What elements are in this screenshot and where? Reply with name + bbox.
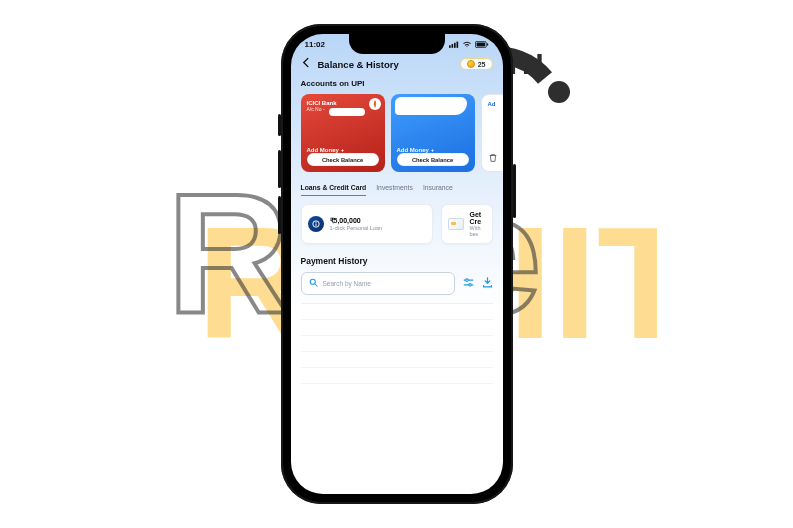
download-icon[interactable]	[482, 277, 493, 290]
account-card-add[interactable]: Ad	[481, 94, 503, 172]
svg-rect-6	[449, 45, 451, 48]
filter-icon[interactable]	[463, 277, 474, 290]
add-money-label: Add Money	[397, 147, 429, 153]
loan-subtitle: 1-click Personal Loan	[330, 225, 383, 231]
redaction-mask	[329, 108, 365, 116]
cc-offer-sub: With bes	[470, 225, 486, 237]
side-button	[513, 164, 516, 218]
account-cards-row[interactable]: ICICI Bank A/c No - Add Money + Check Ba…	[291, 94, 503, 172]
search-row: Search by Name	[291, 272, 503, 295]
svg-rect-15	[315, 224, 316, 226]
account-card-icici[interactable]: ICICI Bank A/c No - Add Money + Check Ba…	[301, 94, 385, 172]
status-icons	[449, 41, 489, 48]
signal-icon	[449, 41, 459, 48]
wifi-icon	[462, 41, 472, 48]
list-item[interactable]	[301, 368, 493, 384]
phone-notch	[349, 34, 445, 54]
check-balance-button[interactable]: Check Balance	[397, 153, 469, 166]
side-button	[278, 196, 281, 234]
svg-rect-14	[315, 222, 316, 223]
list-item[interactable]	[301, 320, 493, 336]
search-icon	[309, 278, 318, 289]
status-time: 11:02	[305, 40, 325, 49]
svg-rect-12	[487, 43, 488, 45]
side-button	[278, 114, 281, 136]
phone-frame: 11:02 Balance & History 25 Accounts on U…	[281, 24, 513, 504]
account-card-2[interactable]: Add Money + Check Balance	[391, 94, 475, 172]
battery-icon	[475, 41, 489, 48]
search-input[interactable]: Search by Name	[301, 272, 455, 295]
trash-icon[interactable]	[488, 153, 502, 165]
search-placeholder: Search by Name	[323, 280, 371, 287]
list-item[interactable]	[301, 352, 493, 368]
coin-count: 25	[478, 61, 486, 68]
plus-icon: +	[341, 147, 345, 153]
phone-screen: 11:02 Balance & History 25 Accounts on U…	[291, 34, 503, 494]
check-balance-button[interactable]: Check Balance	[307, 153, 379, 166]
loan-amount: ₹5,00,000	[330, 217, 383, 225]
credit-card-offer[interactable]: Get Cre With bes	[441, 204, 493, 244]
tab-investments[interactable]: Investments	[376, 184, 413, 196]
credit-card-icon	[448, 218, 464, 230]
add-card-label: Ad	[488, 101, 502, 107]
add-money-link[interactable]: Add Money +	[307, 147, 379, 153]
coin-icon	[467, 60, 475, 68]
offers-row[interactable]: ₹5,00,000 1-click Personal Loan Get Cre …	[291, 196, 503, 244]
svg-point-16	[310, 279, 315, 284]
personal-loan-card[interactable]: ₹5,00,000 1-click Personal Loan	[301, 204, 433, 244]
coin-balance-pill[interactable]: 25	[460, 58, 493, 70]
list-item[interactable]	[301, 304, 493, 320]
bank-logo-icon	[369, 98, 381, 110]
back-icon[interactable]	[301, 57, 312, 71]
page-title: Balance & History	[318, 59, 399, 70]
svg-point-2	[548, 81, 570, 103]
side-button	[278, 150, 281, 188]
cc-offer-title: Get Cre	[470, 211, 486, 225]
svg-rect-11	[476, 43, 485, 47]
svg-rect-8	[454, 43, 456, 48]
svg-rect-7	[451, 44, 453, 48]
tab-insurance[interactable]: Insurance	[423, 184, 453, 196]
add-money-link[interactable]: Add Money +	[397, 147, 469, 153]
redaction-mask	[395, 97, 467, 115]
payment-history-title: Payment History	[291, 244, 503, 272]
product-tabs: Loans & Credit Card Investments Insuranc…	[291, 172, 503, 196]
tab-loans-credit[interactable]: Loans & Credit Card	[301, 184, 367, 196]
loan-icon	[308, 216, 324, 232]
add-money-label: Add Money	[307, 147, 339, 153]
accounts-section-label: Accounts on UPI	[291, 77, 503, 94]
svg-point-21	[468, 284, 471, 287]
svg-rect-9	[456, 42, 458, 48]
list-item[interactable]	[301, 336, 493, 352]
svg-line-17	[315, 284, 317, 286]
plus-icon: +	[431, 147, 435, 153]
svg-point-19	[465, 279, 468, 282]
